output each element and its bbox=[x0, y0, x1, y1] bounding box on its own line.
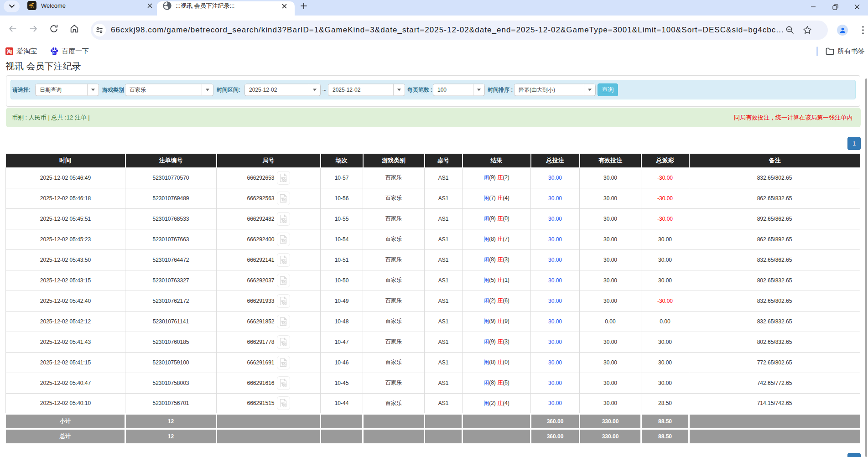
result-player-label: 闲 bbox=[483, 318, 489, 324]
result-banker-score: (1) bbox=[503, 277, 509, 283]
cell-total-bet[interactable]: 30.00 bbox=[531, 229, 580, 249]
video-replay-button[interactable] bbox=[277, 253, 290, 267]
zoom-out-icon bbox=[785, 26, 795, 35]
date-end-input[interactable]: 2025-12-02 bbox=[328, 83, 405, 96]
sum-valid-bet: 330.00 bbox=[580, 429, 641, 444]
cell-valid-bet: 30.00 bbox=[580, 167, 641, 188]
cell-time: 2025-12-02 05:41:43 bbox=[6, 332, 125, 352]
dropdown-arrow-icon[interactable] bbox=[202, 84, 213, 95]
cell-note: 714.15/742.65 bbox=[689, 393, 860, 414]
cell-note: 832.65/862.65 bbox=[689, 249, 860, 270]
pagination-page-1-top[interactable]: 1 bbox=[847, 137, 861, 150]
cell-total-bet[interactable]: 30.00 bbox=[531, 352, 580, 373]
cell-total-bet[interactable]: 30.00 bbox=[531, 249, 580, 270]
new-tab-button[interactable] bbox=[297, 0, 310, 12]
pagination-page-1-bottom[interactable]: 1 bbox=[847, 453, 861, 457]
date-start-input[interactable]: 2025-12-02 bbox=[244, 83, 321, 96]
dropdown-arrow-icon[interactable] bbox=[473, 84, 484, 95]
video-replay-button[interactable] bbox=[277, 396, 290, 410]
window-minimize-button[interactable] bbox=[802, 0, 824, 14]
summary-row: 小计 12 360.00 330.00 88.50 bbox=[6, 414, 860, 429]
tab-search-button[interactable] bbox=[4, 0, 20, 12]
cell-game-type: 百家乐 bbox=[363, 393, 425, 414]
tab-close-icon[interactable] bbox=[281, 2, 288, 10]
browser-menu-button[interactable] bbox=[859, 24, 867, 36]
cell-payout: 30.00 bbox=[641, 270, 689, 291]
scrollbar-thumb[interactable] bbox=[865, 78, 867, 457]
search-button[interactable]: 查询 bbox=[598, 83, 618, 96]
back-button[interactable] bbox=[6, 22, 19, 35]
game-type-select[interactable]: 百家乐 bbox=[125, 83, 213, 96]
dropdown-arrow-icon[interactable] bbox=[584, 84, 595, 95]
welcome-favicon-icon bbox=[27, 1, 36, 10]
video-replay-button[interactable] bbox=[277, 171, 290, 185]
zoom-button[interactable] bbox=[784, 24, 796, 36]
table-row: 2025-12-02 05:40:10 523010756701 6662915… bbox=[6, 393, 860, 414]
video-replay-button[interactable] bbox=[277, 356, 290, 369]
sort-order-select[interactable]: 降幂(由大到小) bbox=[514, 83, 596, 96]
column-header: 局号 bbox=[217, 154, 321, 167]
cell-total-bet[interactable]: 30.00 bbox=[531, 270, 580, 291]
cell-total-bet[interactable]: 30.00 bbox=[531, 311, 580, 332]
result-banker-score: (4) bbox=[503, 400, 509, 406]
video-replay-button[interactable] bbox=[277, 335, 290, 349]
forward-button[interactable] bbox=[27, 22, 40, 35]
page-size-input[interactable]: 100 bbox=[433, 83, 485, 96]
cell-total-bet[interactable]: 30.00 bbox=[531, 208, 580, 229]
cell-time: 2025-12-02 05:41:15 bbox=[6, 352, 125, 373]
window-close-button[interactable] bbox=[846, 0, 868, 14]
tab-welcome[interactable]: Welcome bbox=[24, 0, 157, 16]
all-bookmarks-button[interactable]: 所有书签 bbox=[826, 42, 865, 58]
video-replay-button[interactable] bbox=[277, 376, 290, 390]
home-button[interactable] bbox=[68, 22, 81, 35]
cell-total-bet[interactable]: 30.00 bbox=[531, 291, 580, 311]
video-replay-button[interactable] bbox=[277, 274, 290, 287]
dropdown-arrow-icon[interactable] bbox=[309, 84, 320, 95]
site-info-button[interactable] bbox=[93, 24, 106, 36]
bookmark-aitaobao[interactable]: 淘 爱淘宝 bbox=[5, 42, 37, 58]
cell-total-bet[interactable]: 30.00 bbox=[531, 332, 580, 352]
cell-total-bet[interactable]: 30.00 bbox=[531, 167, 580, 188]
video-replay-button[interactable] bbox=[277, 233, 290, 246]
sum-label: 总计 bbox=[6, 429, 125, 444]
round-number: 666292563 bbox=[247, 195, 274, 202]
video-replay-button[interactable] bbox=[277, 315, 290, 328]
result-banker-label: 庄 bbox=[497, 236, 503, 242]
back-arrow-icon bbox=[8, 24, 18, 34]
video-replay-button[interactable] bbox=[277, 294, 290, 308]
tab-close-icon[interactable] bbox=[146, 2, 154, 10]
video-replay-button[interactable] bbox=[277, 212, 290, 226]
result-banker-label: 庄 bbox=[497, 215, 503, 222]
bookmark-baidu[interactable]: du 百度一下 bbox=[50, 42, 89, 58]
cell-table-number: AS1 bbox=[425, 167, 463, 188]
result-banker-label: 庄 bbox=[497, 379, 503, 386]
result-banker-score: (9) bbox=[503, 318, 509, 324]
result-player-label: 闲 bbox=[483, 215, 489, 222]
dropdown-arrow-icon[interactable] bbox=[393, 84, 405, 95]
bookmark-label: 百度一下 bbox=[62, 47, 89, 56]
cell-time: 2025-12-02 05:40:10 bbox=[6, 393, 125, 414]
cell-valid-bet: 30.00 bbox=[580, 188, 641, 208]
url-input[interactable]: 66cxkj98.com/game/betrecord_search/kind3… bbox=[111, 21, 790, 40]
video-replay-button[interactable] bbox=[277, 192, 290, 205]
window-maximize-button[interactable] bbox=[824, 0, 846, 14]
svg-text:淘: 淘 bbox=[6, 48, 12, 54]
reload-button[interactable] bbox=[47, 22, 60, 35]
cell-payout: 30.00 bbox=[641, 332, 689, 352]
bookmark-label: 爱淘宝 bbox=[16, 47, 37, 56]
result-player-label: 闲 bbox=[483, 174, 489, 181]
profile-button[interactable] bbox=[837, 25, 848, 36]
cell-total-bet[interactable]: 30.00 bbox=[531, 373, 580, 393]
tab-betrecord[interactable]: :::视讯 会员下注纪录::: bbox=[157, 1, 295, 16]
cell-total-bet[interactable]: 30.00 bbox=[531, 188, 580, 208]
address-bar[interactable]: 66cxkj98.com/game/betrecord_search/kind3… bbox=[91, 21, 828, 40]
round-number: 666291616 bbox=[247, 380, 274, 386]
cell-game-type: 百家乐 bbox=[363, 229, 425, 249]
bookmark-button[interactable] bbox=[801, 24, 813, 36]
currency-summary: 币别 : 人民币 | 总共 :12 注单 | bbox=[12, 114, 90, 122]
cell-total-bet[interactable]: 30.00 bbox=[531, 393, 580, 414]
cell-session: 10-50 bbox=[321, 270, 363, 291]
dropdown-arrow-icon[interactable] bbox=[87, 84, 99, 95]
query-type-select[interactable]: 日期查询 bbox=[35, 83, 99, 96]
cell-session: 10-54 bbox=[321, 229, 363, 249]
